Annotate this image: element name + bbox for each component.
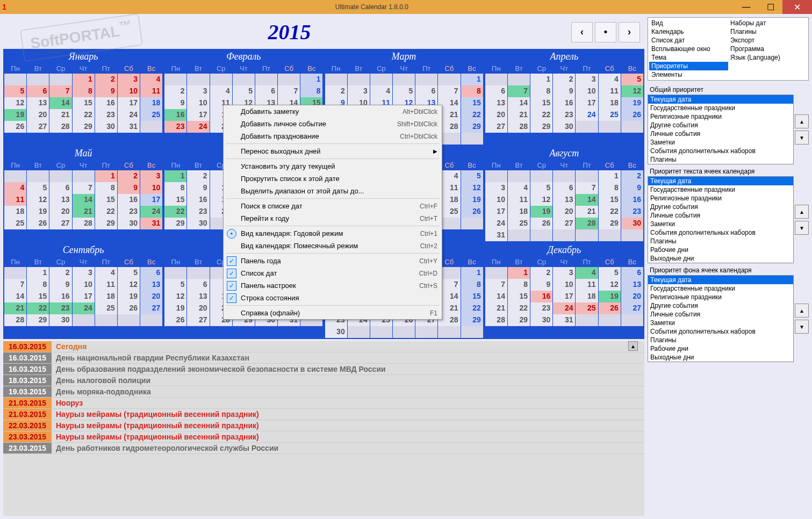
day-cell[interactable] (599, 121, 621, 133)
priority-item[interactable]: Личные события (648, 211, 793, 220)
context-item[interactable]: Прокрутить список к этой дате (224, 172, 442, 185)
day-cell[interactable]: 27 (621, 302, 643, 314)
day-cell[interactable] (393, 74, 415, 85)
day-cell[interactable] (508, 170, 530, 182)
day-cell[interactable]: 30 (553, 121, 575, 133)
priority-item[interactable]: События дополнительных наборов (648, 327, 793, 336)
day-cell[interactable]: 6 (485, 85, 507, 97)
day-cell[interactable]: 27 (553, 218, 575, 229)
day-cell[interactable]: 10 (118, 85, 140, 97)
day-cell[interactable]: 22 (164, 206, 186, 218)
day-cell[interactable] (553, 170, 575, 182)
day-cell[interactable] (461, 218, 483, 229)
day-cell[interactable]: 23 (530, 302, 552, 314)
day-cell[interactable]: 18 (4, 206, 26, 218)
priority-item[interactable]: Заметки (648, 138, 793, 147)
day-cell[interactable]: 16 (530, 291, 552, 302)
day-cell[interactable] (553, 229, 575, 241)
day-cell[interactable]: 7 (4, 279, 26, 291)
day-cell[interactable]: 27 (49, 218, 71, 229)
day-cell[interactable]: 25 (599, 109, 621, 121)
day-cell[interactable]: 23 (49, 302, 71, 314)
day-cell[interactable] (187, 74, 209, 85)
day-cell[interactable]: 11 (95, 279, 117, 291)
day-cell[interactable]: 13 (187, 291, 209, 302)
day-cell[interactable]: 6 (415, 85, 437, 97)
move-up-button[interactable]: ▲ (795, 304, 809, 318)
context-item[interactable]: ✓Панель годаCtrl+Y (224, 255, 442, 267)
day-cell[interactable] (576, 121, 598, 133)
settings-category[interactable]: Вид (649, 19, 728, 27)
context-item[interactable]: Выделить диапазон от этой даты до... (224, 185, 442, 197)
day-cell[interactable]: 31 (553, 314, 575, 326)
day-cell[interactable]: 24 (118, 109, 140, 121)
datelist-row[interactable]: 16.03.2015Сегодня (3, 341, 644, 352)
priority-list[interactable]: Текущая датаГосударственные праздникиРел… (648, 176, 794, 263)
day-cell[interactable]: 10 (576, 85, 598, 97)
priority-item[interactable]: Религиозные праздники (648, 293, 793, 301)
day-cell[interactable]: 11 (576, 279, 598, 291)
minimize-button[interactable]: — (734, 0, 758, 14)
day-cell[interactable]: 9 (553, 85, 575, 97)
priority-item[interactable]: Плагины (648, 336, 793, 344)
day-cell[interactable]: 1 (73, 74, 95, 85)
day-cell[interactable]: 12 (530, 194, 552, 206)
day-cell[interactable]: 12 (621, 85, 643, 97)
context-item[interactable]: Вид календаря: Помесячный режимCtrl+2 (224, 240, 442, 252)
day-cell[interactable]: 27 (187, 314, 209, 326)
datelist-row[interactable]: 16.03.2015День образования подразделений… (3, 364, 644, 375)
day-cell[interactable]: 2 (553, 74, 575, 85)
day-cell[interactable] (621, 314, 643, 326)
day-cell[interactable]: 3 (348, 85, 370, 97)
priority-item[interactable]: Выходные дни (648, 353, 793, 362)
day-cell[interactable]: 31 (140, 218, 162, 229)
day-cell[interactable]: 5 (530, 182, 552, 194)
day-cell[interactable]: 31 (485, 229, 507, 241)
day-cell[interactable]: 25 (576, 302, 598, 314)
day-cell[interactable] (49, 170, 71, 182)
day-cell[interactable]: 30 (49, 314, 71, 326)
settings-category[interactable]: Список дат (649, 36, 728, 45)
date-list[interactable]: ▲ 16.03.2015Сегодня16.03.2015День национ… (3, 341, 644, 516)
day-cell[interactable]: 15 (508, 291, 530, 302)
day-cell[interactable]: 3 (485, 182, 507, 194)
day-cell[interactable] (233, 74, 255, 85)
day-cell[interactable]: 4 (4, 182, 26, 194)
day-cell[interactable]: 18 (95, 291, 117, 302)
day-cell[interactable] (348, 326, 370, 338)
day-cell[interactable]: 21 (576, 206, 598, 218)
day-cell[interactable]: 1 (164, 170, 186, 182)
day-cell[interactable]: 5 (164, 279, 186, 291)
day-cell[interactable]: 5 (599, 267, 621, 279)
day-cell[interactable]: 19 (27, 206, 49, 218)
day-cell[interactable]: 15 (95, 194, 117, 206)
day-cell[interactable] (485, 267, 507, 279)
day-cell[interactable]: 19 (461, 194, 483, 206)
day-cell[interactable] (118, 314, 140, 326)
day-cell[interactable]: 6 (187, 279, 209, 291)
day-cell[interactable] (370, 74, 392, 85)
day-cell[interactable]: 4 (140, 74, 162, 85)
day-cell[interactable]: 19 (621, 97, 643, 109)
priority-item[interactable]: Другие события (648, 203, 793, 211)
day-cell[interactable]: 29 (508, 314, 530, 326)
context-item[interactable]: Перейти к годуCtrl+T (224, 212, 442, 225)
day-cell[interactable]: 14 (73, 194, 95, 206)
day-cell[interactable]: 23 (187, 206, 209, 218)
day-cell[interactable]: 20 (140, 291, 162, 302)
day-cell[interactable] (140, 121, 162, 133)
day-cell[interactable]: 17 (140, 194, 162, 206)
day-cell[interactable]: 6 (621, 267, 643, 279)
day-cell[interactable]: 15 (73, 97, 95, 109)
day-cell[interactable] (370, 326, 392, 338)
close-button[interactable]: ✕ (782, 0, 812, 14)
day-cell[interactable]: 27 (485, 121, 507, 133)
day-cell[interactable]: 30 (187, 218, 209, 229)
day-cell[interactable]: 8 (461, 279, 483, 291)
day-cell[interactable]: 24 (187, 121, 209, 133)
day-cell[interactable]: 24 (553, 302, 575, 314)
day-cell[interactable]: 8 (73, 85, 95, 97)
priority-item[interactable]: Рабочие дни (648, 246, 793, 254)
day-cell[interactable]: 21 (73, 206, 95, 218)
day-cell[interactable]: 16 (95, 97, 117, 109)
